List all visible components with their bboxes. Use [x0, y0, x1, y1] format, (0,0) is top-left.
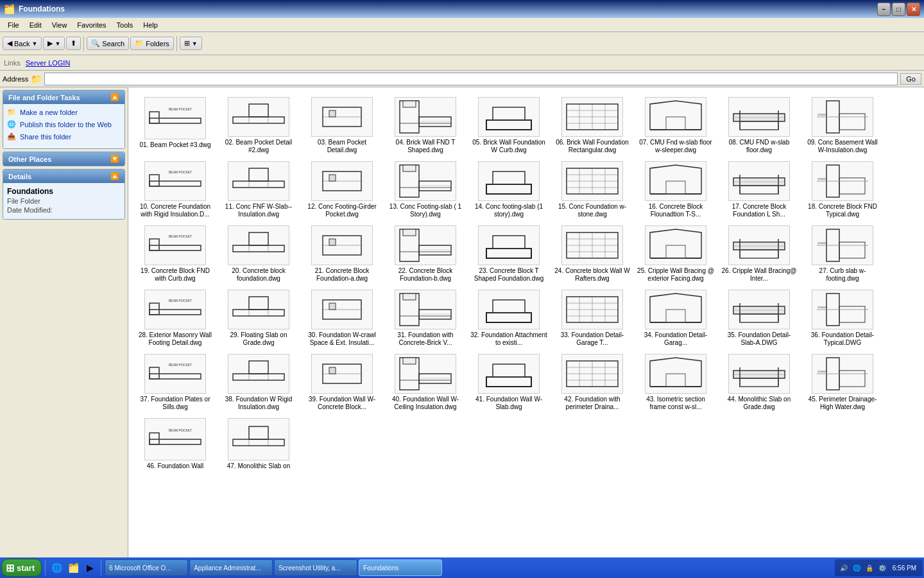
file-item[interactable]: BEAM POCKET01. Beam Pocket #3.dwg [133, 92, 217, 157]
file-item[interactable]: 21. Concrete Block Foundation-a.dwg [300, 221, 384, 285]
views-dropdown-icon[interactable]: ▼ [192, 40, 198, 47]
file-item[interactable]: GRADE09. Conc Basement Wall W-Insulation… [801, 92, 884, 157]
file-item[interactable]: 43. Isometric section frame const w-sl..… [634, 349, 717, 414]
menu-file[interactable]: File [3, 20, 24, 30]
file-item[interactable]: 02. Beam Pocket Detail #2.dwg [217, 92, 300, 157]
file-item[interactable]: 07. CMU Fnd w-slab floor w-sleeper.dwg [634, 92, 717, 157]
views-button[interactable]: ⊞ ▼ [180, 37, 202, 50]
make-new-folder-task[interactable]: 📁 Make a new folder [7, 108, 121, 116]
file-item[interactable]: GRADE36. Foundation Detail-Typical.DWG [801, 285, 884, 349]
svg-rect-70 [666, 181, 685, 194]
file-item[interactable]: 20. Concrete block foundation.dwg [217, 221, 300, 285]
file-item[interactable]: 17. Concrete Block Foundation L Sh... [717, 157, 801, 221]
file-item[interactable]: 42. Foundation with perimeter Draina... [551, 349, 634, 414]
svg-rect-197 [839, 371, 865, 387]
taskbar-app-button[interactable]: Screenshot Utility, a... [274, 559, 357, 576]
file-item[interactable]: 06. Brick Wall Foundation Rectangular.dw… [551, 92, 634, 157]
taskbar-app-button[interactable]: Foundations [359, 559, 442, 576]
details-folder-type: File Folder [7, 197, 121, 205]
file-item[interactable]: 11. Conc FNF W-Slab--Insulation.dwg [217, 157, 300, 221]
folders-button[interactable]: 📁 Folders [130, 37, 174, 50]
taskbar-app-button[interactable]: Appliance Administrat... [189, 559, 273, 576]
file-item[interactable]: 24. Concrete block Wall W Rafters.dwg [551, 221, 634, 285]
other-places-header[interactable]: Other Places 🔽 [3, 152, 124, 166]
publish-folder-task[interactable]: 🌐 Publish this folder to the Web [7, 120, 121, 128]
minimize-button[interactable]: − [877, 3, 891, 16]
menu-tools[interactable]: Tools [112, 20, 139, 30]
menu-help[interactable]: Help [138, 20, 163, 30]
file-item[interactable]: BEAM POCKET46. Foundation Wall [133, 414, 217, 478]
file-item[interactable]: 40. Foundation Wall W-Ceiling Insulation… [384, 349, 467, 414]
file-label: 17. Concrete Block Foundation L Sh... [721, 203, 798, 218]
go-button[interactable]: Go [900, 73, 921, 85]
details-section: Details 🔼 Foundations File Folder Date M… [3, 169, 125, 220]
taskbar-app-button[interactable]: 6 Microsoft Office O... [105, 559, 188, 576]
start-button[interactable]: ⊞ start [1, 559, 42, 577]
back-button[interactable]: ◀ Back ▼ [3, 37, 42, 50]
svg-text:BEAM POCKET: BEAM POCKET [169, 299, 192, 302]
menu-favorites[interactable]: Favorites [72, 20, 111, 30]
forward-icon: ▶ [47, 39, 53, 48]
quick-launch-ie[interactable]: 🌐 [49, 560, 64, 575]
file-item[interactable]: 12. Conc Footing-Girder Pocket.dwg [300, 157, 384, 221]
svg-rect-195 [740, 378, 778, 387]
forward-dropdown-icon[interactable]: ▼ [55, 40, 60, 47]
svg-rect-98 [493, 236, 525, 249]
file-item[interactable]: BEAM POCKET28. Exterior Masonry Wall Foo… [133, 285, 217, 349]
file-item[interactable]: 04. Brick Wall FND T Shaped.dwg [384, 92, 467, 157]
file-item[interactable]: 15. Conc Foundation w-stone.dwg [551, 157, 634, 221]
address-input[interactable] [44, 73, 898, 85]
file-item[interactable]: 25. Cripple Wall Bracing @ exterior Faci… [634, 221, 717, 285]
file-item[interactable]: 13. Conc Footing-slab ( 1 Story).dwg [384, 157, 467, 221]
file-item[interactable]: 41. Foundation Wall W-Slab.dwg [467, 349, 551, 414]
search-button[interactable]: 🔍 Search [87, 37, 129, 50]
close-button[interactable]: ✕ [907, 3, 920, 16]
file-item[interactable]: 47. Monolithic Slab on [217, 414, 300, 478]
file-item[interactable]: 35. Foundation Detail-Slab-A.DWG [717, 285, 801, 349]
forward-button[interactable]: ▶ ▼ [43, 37, 65, 50]
file-item[interactable]: 30. Foundation W-crawl Space & Ext. Insu… [300, 285, 384, 349]
back-dropdown-icon[interactable]: ▼ [31, 40, 37, 47]
file-item[interactable]: BEAM POCKET37. Foundation Plates or Sill… [133, 349, 217, 414]
file-item[interactable]: 22. Concrete Block Foundation-b.dwg [384, 221, 467, 285]
file-item[interactable]: 44. Monolithic Slab on Grade.dwg [717, 349, 801, 414]
file-item[interactable]: 29. Floating Slab on Grade.dwg [217, 285, 300, 349]
share-folder-task[interactable]: 📤 Share this folder [7, 132, 121, 141]
tray-icon-3: 🔒 [864, 563, 875, 573]
quick-launch-folder[interactable]: 🗂️ [65, 560, 81, 575]
file-item[interactable]: GRADE45. Perimeter Drainage-High Water.d… [801, 349, 884, 414]
maximize-button[interactable]: □ [892, 3, 905, 16]
file-item[interactable]: 03. Beam Pocket Detail.dwg [300, 92, 384, 157]
file-label: 03. Beam Pocket Detail.dwg [304, 139, 381, 153]
file-item[interactable]: 05. Brick Wall Foundation W Curb.dwg [467, 92, 551, 157]
file-item[interactable]: 08. CMU FND w-slab floor.dwg [717, 92, 801, 157]
file-item[interactable]: 39. Foundation Wall W-Concrete Block... [300, 349, 384, 414]
file-item[interactable]: 34. Foundation Detail-Garag... [634, 285, 717, 349]
file-folder-tasks-header[interactable]: File and Folder Tasks 🔼 [3, 91, 124, 104]
file-thumbnail: BEAM POCKET [144, 418, 206, 460]
menu-view[interactable]: View [47, 20, 73, 30]
file-item[interactable]: 14. Conc footing-slab (1 story).dwg [467, 157, 551, 221]
file-item[interactable]: 32. Foundation Attachment to existi... [467, 285, 551, 349]
file-item[interactable]: GRADE18. Concrete Block FND Typical.dwg [801, 157, 884, 221]
up-button[interactable]: ⬆ [66, 37, 81, 50]
file-label: 46. Foundation Wall [147, 462, 204, 470]
file-item[interactable]: 31. Foundation with Concrete-Brick V... [384, 285, 467, 349]
details-header[interactable]: Details 🔼 [3, 170, 124, 183]
file-item[interactable]: BEAM POCKET10. Concrete Foundation with … [133, 157, 217, 221]
file-thumbnail [228, 290, 289, 329]
back-icon: ◀ [7, 39, 12, 48]
file-item[interactable]: 23. Concrete Block T Shaped Foundation.d… [467, 221, 551, 285]
file-item[interactable]: 16. Concrete Block Flounadtion T-S... [634, 157, 717, 221]
server-login-link[interactable]: Server LOGIN [26, 59, 71, 67]
file-item[interactable]: 26. Cripple Wall Bracing@ Inter... [717, 221, 801, 285]
quick-launch-media[interactable]: ▶ [82, 560, 98, 575]
file-item[interactable]: 38. Foundation W Rigid Insulation.dwg [217, 349, 300, 414]
window-title: Foundations [19, 4, 65, 13]
file-item[interactable]: 33. Foundation Detail-Garage T... [551, 285, 634, 349]
file-item[interactable]: GRADE27. Curb slab w-footing.dwg [801, 221, 884, 285]
svg-rect-1 [150, 112, 159, 123]
file-label: 28. Exterior Masonry Wall Footing Detail… [137, 331, 214, 346]
file-item[interactable]: BEAM POCKET19. Concrete Block FND with C… [133, 221, 217, 285]
menu-edit[interactable]: Edit [24, 20, 47, 30]
